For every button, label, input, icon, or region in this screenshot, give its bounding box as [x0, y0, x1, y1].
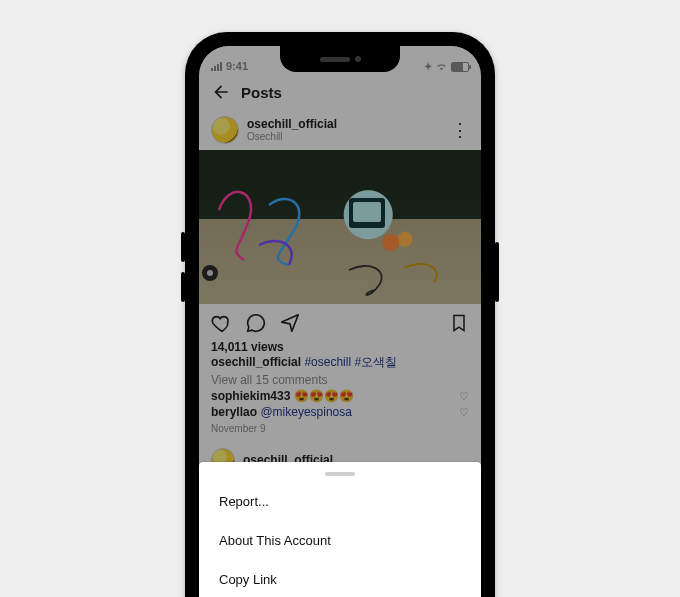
phone-frame: 9:41 ✦ Posts: [185, 32, 495, 597]
sheet-option-about[interactable]: About This Account: [199, 521, 481, 560]
sheet-option-copy-link[interactable]: Copy Link: [199, 560, 481, 597]
speaker-grille: [320, 57, 350, 62]
phone-side-button: [495, 242, 499, 302]
sheet-option-report[interactable]: Report...: [199, 482, 481, 521]
phone-notch: [280, 46, 400, 72]
screen: 9:41 ✦ Posts: [199, 46, 481, 597]
phone-side-button: [181, 232, 185, 262]
action-sheet: Report... About This Account Copy Link S…: [199, 462, 481, 597]
phone-side-button: [181, 272, 185, 302]
drag-handle-icon[interactable]: [325, 472, 355, 476]
front-camera: [355, 56, 361, 62]
